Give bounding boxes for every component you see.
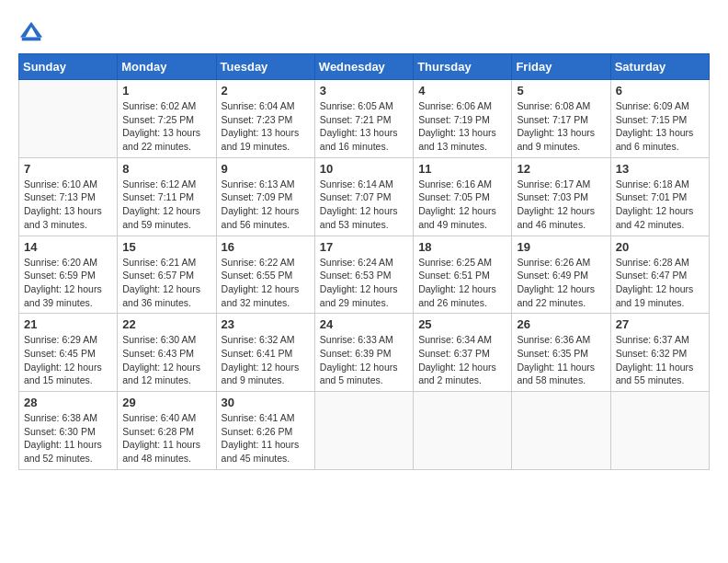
calendar-day-cell: 24 Sunrise: 6:33 AM Sunset: 6:39 PM Dayl… [314, 314, 413, 392]
day-info: Sunrise: 6:38 AM Sunset: 6:30 PM Dayligh… [24, 411, 112, 465]
day-number: 27 [616, 317, 704, 331]
day-info: Sunrise: 6:37 AM Sunset: 6:32 PM Dayligh… [616, 333, 704, 387]
day-number: 1 [122, 84, 210, 98]
day-number: 23 [222, 317, 310, 331]
day-info: Sunrise: 6:22 AM Sunset: 6:55 PM Dayligh… [222, 256, 310, 310]
calendar-day-cell: 29 Sunrise: 6:40 AM Sunset: 6:28 PM Dayl… [118, 392, 216, 470]
day-number: 8 [122, 162, 210, 176]
day-number: 16 [222, 240, 310, 254]
day-number: 15 [122, 240, 210, 254]
calendar-day-cell: 6 Sunrise: 6:09 AM Sunset: 7:15 PM Dayli… [610, 80, 709, 158]
day-info: Sunrise: 6:09 AM Sunset: 7:15 PM Dayligh… [616, 99, 704, 154]
calendar-week-row: 7 Sunrise: 6:10 AM Sunset: 7:13 PM Dayli… [19, 157, 710, 236]
day-info: Sunrise: 6:16 AM Sunset: 7:05 PM Dayligh… [418, 178, 506, 232]
day-number: 7 [24, 162, 112, 176]
calendar-day-cell: 30 Sunrise: 6:41 AM Sunset: 6:26 PM Dayl… [216, 392, 314, 470]
day-info: Sunrise: 6:40 AM Sunset: 6:28 PM Dayligh… [122, 411, 210, 465]
day-number: 21 [24, 317, 112, 331]
calendar-day-cell [610, 392, 709, 470]
day-number: 13 [616, 162, 704, 176]
day-number: 14 [24, 240, 112, 254]
calendar-day-cell: 27 Sunrise: 6:37 AM Sunset: 6:32 PM Dayl… [610, 314, 709, 392]
day-info: Sunrise: 6:02 AM Sunset: 7:25 PM Dayligh… [122, 99, 210, 154]
calendar-day-cell [414, 392, 512, 470]
day-info: Sunrise: 6:05 AM Sunset: 7:21 PM Dayligh… [320, 99, 408, 154]
day-number: 17 [320, 240, 408, 254]
calendar-day-cell [314, 392, 413, 470]
day-number: 20 [616, 240, 704, 254]
weekday-header: Tuesday [216, 54, 314, 80]
day-info: Sunrise: 6:10 AM Sunset: 7:13 PM Dayligh… [24, 178, 112, 232]
day-info: Sunrise: 6:24 AM Sunset: 6:53 PM Dayligh… [320, 256, 408, 310]
day-number: 4 [418, 84, 506, 98]
day-info: Sunrise: 6:33 AM Sunset: 6:39 PM Dayligh… [320, 333, 408, 387]
day-info: Sunrise: 6:21 AM Sunset: 6:57 PM Dayligh… [122, 256, 210, 310]
calendar-day-cell: 5 Sunrise: 6:08 AM Sunset: 7:17 PM Dayli… [512, 80, 610, 158]
calendar-day-cell: 18 Sunrise: 6:25 AM Sunset: 6:51 PM Dayl… [414, 236, 512, 314]
day-info: Sunrise: 6:04 AM Sunset: 7:23 PM Dayligh… [222, 99, 310, 154]
day-info: Sunrise: 6:25 AM Sunset: 6:51 PM Dayligh… [418, 256, 506, 310]
svg-rect-2 [22, 38, 41, 41]
day-info: Sunrise: 6:18 AM Sunset: 7:01 PM Dayligh… [616, 178, 704, 232]
calendar-table: SundayMondayTuesdayWednesdayThursdayFrid… [18, 53, 710, 470]
day-info: Sunrise: 6:06 AM Sunset: 7:19 PM Dayligh… [418, 99, 506, 154]
day-number: 2 [222, 84, 310, 98]
day-info: Sunrise: 6:13 AM Sunset: 7:09 PM Dayligh… [222, 178, 310, 232]
calendar-day-cell: 22 Sunrise: 6:30 AM Sunset: 6:43 PM Dayl… [118, 314, 216, 392]
day-number: 6 [616, 84, 704, 98]
calendar-week-row: 21 Sunrise: 6:29 AM Sunset: 6:45 PM Dayl… [19, 314, 710, 392]
day-info: Sunrise: 6:36 AM Sunset: 6:35 PM Dayligh… [517, 333, 605, 387]
day-number: 28 [24, 396, 112, 409]
day-info: Sunrise: 6:28 AM Sunset: 6:47 PM Dayligh… [616, 256, 704, 310]
calendar-day-cell: 8 Sunrise: 6:12 AM Sunset: 7:11 PM Dayli… [118, 157, 216, 236]
day-info: Sunrise: 6:14 AM Sunset: 7:07 PM Dayligh… [320, 178, 408, 232]
day-number: 9 [222, 162, 310, 176]
calendar-day-cell: 12 Sunrise: 6:17 AM Sunset: 7:03 PM Dayl… [512, 157, 610, 236]
calendar-day-cell: 21 Sunrise: 6:29 AM Sunset: 6:45 PM Dayl… [19, 314, 118, 392]
calendar-day-cell: 20 Sunrise: 6:28 AM Sunset: 6:47 PM Dayl… [610, 236, 709, 314]
calendar-week-row: 14 Sunrise: 6:20 AM Sunset: 6:59 PM Dayl… [19, 236, 710, 314]
calendar-day-cell: 7 Sunrise: 6:10 AM Sunset: 7:13 PM Dayli… [19, 157, 118, 236]
day-number: 25 [418, 317, 506, 331]
weekday-header: Wednesday [314, 54, 413, 80]
day-info: Sunrise: 6:20 AM Sunset: 6:59 PM Dayligh… [24, 256, 112, 310]
day-number: 12 [517, 162, 605, 176]
day-info: Sunrise: 6:08 AM Sunset: 7:17 PM Dayligh… [517, 99, 605, 154]
day-number: 22 [122, 317, 210, 331]
calendar-header-row: SundayMondayTuesdayWednesdayThursdayFrid… [19, 54, 710, 80]
day-number: 30 [222, 396, 310, 409]
weekday-header: Sunday [19, 54, 118, 80]
calendar-day-cell: 16 Sunrise: 6:22 AM Sunset: 6:55 PM Dayl… [216, 236, 314, 314]
calendar-day-cell: 17 Sunrise: 6:24 AM Sunset: 6:53 PM Dayl… [314, 236, 413, 314]
calendar-day-cell: 10 Sunrise: 6:14 AM Sunset: 7:07 PM Dayl… [314, 157, 413, 236]
page-header [18, 18, 710, 44]
weekday-header: Friday [512, 54, 610, 80]
calendar-day-cell: 23 Sunrise: 6:32 AM Sunset: 6:41 PM Dayl… [216, 314, 314, 392]
day-info: Sunrise: 6:30 AM Sunset: 6:43 PM Dayligh… [122, 333, 210, 387]
logo-icon [18, 18, 44, 44]
day-number: 5 [517, 84, 605, 98]
calendar-week-row: 1 Sunrise: 6:02 AM Sunset: 7:25 PM Dayli… [19, 80, 710, 158]
weekday-header: Thursday [414, 54, 512, 80]
day-info: Sunrise: 6:12 AM Sunset: 7:11 PM Dayligh… [122, 178, 210, 232]
day-number: 24 [320, 317, 408, 331]
logo [18, 18, 48, 44]
day-info: Sunrise: 6:26 AM Sunset: 6:49 PM Dayligh… [517, 256, 605, 310]
calendar-week-row: 28 Sunrise: 6:38 AM Sunset: 6:30 PM Dayl… [19, 392, 710, 470]
day-info: Sunrise: 6:17 AM Sunset: 7:03 PM Dayligh… [517, 178, 605, 232]
calendar-day-cell [19, 80, 118, 158]
calendar-day-cell: 1 Sunrise: 6:02 AM Sunset: 7:25 PM Dayli… [118, 80, 216, 158]
calendar-day-cell: 28 Sunrise: 6:38 AM Sunset: 6:30 PM Dayl… [19, 392, 118, 470]
calendar-day-cell: 3 Sunrise: 6:05 AM Sunset: 7:21 PM Dayli… [314, 80, 413, 158]
calendar-day-cell: 9 Sunrise: 6:13 AM Sunset: 7:09 PM Dayli… [216, 157, 314, 236]
calendar-day-cell: 11 Sunrise: 6:16 AM Sunset: 7:05 PM Dayl… [414, 157, 512, 236]
calendar-day-cell: 19 Sunrise: 6:26 AM Sunset: 6:49 PM Dayl… [512, 236, 610, 314]
day-number: 11 [418, 162, 506, 176]
day-info: Sunrise: 6:41 AM Sunset: 6:26 PM Dayligh… [222, 411, 310, 465]
calendar-day-cell: 25 Sunrise: 6:34 AM Sunset: 6:37 PM Dayl… [414, 314, 512, 392]
calendar-day-cell [512, 392, 610, 470]
day-number: 26 [517, 317, 605, 331]
calendar-day-cell: 13 Sunrise: 6:18 AM Sunset: 7:01 PM Dayl… [610, 157, 709, 236]
weekday-header: Saturday [610, 54, 709, 80]
calendar-day-cell: 14 Sunrise: 6:20 AM Sunset: 6:59 PM Dayl… [19, 236, 118, 314]
